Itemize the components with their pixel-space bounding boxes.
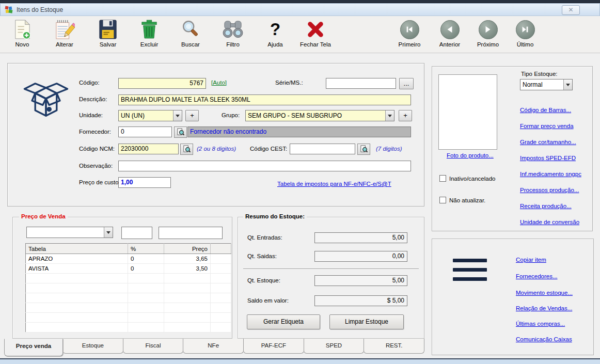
codigo-cest-field[interactable] xyxy=(290,144,355,154)
filtro-button[interactable]: Filtro xyxy=(214,18,252,51)
link-relacao-de-vendas[interactable]: Relação de Vendas... xyxy=(516,305,572,311)
table-header-row: Tabela % Preço xyxy=(26,244,231,254)
dropdown-arrow-icon[interactable] xyxy=(104,227,113,238)
ajuda-button[interactable]: ? Ajuda xyxy=(256,18,294,51)
link-ultimas-compras[interactable]: Últimas compras... xyxy=(516,321,565,327)
salvar-button[interactable]: Salvar xyxy=(89,18,127,51)
col-preco[interactable]: Preço xyxy=(164,244,211,254)
cest-lookup-button[interactable] xyxy=(357,144,370,155)
qt-saidas-label: Qt. Saidas: xyxy=(247,253,277,259)
grupo-add-button[interactable]: + xyxy=(399,110,412,121)
auto-tag-link[interactable]: [Auto] xyxy=(211,80,227,86)
tipo-estoque-combo[interactable]: Normal xyxy=(520,79,573,90)
toolbar-button-label: Salvar xyxy=(100,41,117,48)
codigo-field[interactable]: 5767 xyxy=(118,78,206,89)
unidade-combo[interactable]: UN (UN) xyxy=(118,110,182,121)
dropdown-arrow-icon[interactable] xyxy=(563,80,572,90)
link-inf-medicamento[interactable]: Inf.medicamento sngpc xyxy=(520,171,581,177)
link-unidade-conversao[interactable]: Unidade de conversão xyxy=(520,219,579,225)
col-tabela[interactable]: Tabela xyxy=(26,244,128,254)
link-movimento-estoque[interactable]: Movimento estoque... xyxy=(516,290,573,296)
tab-estoque[interactable]: Estoque xyxy=(62,339,123,354)
unidade-add-button[interactable]: + xyxy=(185,110,199,121)
link-codigo-de-barras[interactable]: Código de Barras... xyxy=(520,107,571,113)
observacao-field[interactable] xyxy=(118,161,411,171)
new-document-icon xyxy=(13,18,31,41)
preco-venda-table: Tabela % Preço APRAZO 0 3,65 AVISTA 0 3,… xyxy=(25,243,231,333)
toolbar-button-label: Último xyxy=(517,41,534,48)
tabela-impostos-link[interactable]: Tabela de impostos para NF-e/NFC-e/S@T xyxy=(277,181,391,187)
tab-preco-venda[interactable]: Preço venda xyxy=(4,339,63,356)
serie-ms-browse-button[interactable]: ... xyxy=(399,78,414,89)
product-box-icon xyxy=(19,73,73,128)
col-extra xyxy=(211,244,231,254)
checkbox-icon[interactable] xyxy=(439,175,446,182)
ultimo-button[interactable]: Último xyxy=(506,18,544,51)
tipo-estoque-value: Normal xyxy=(520,80,563,90)
tipo-estoque-label: Tipo Estoque: xyxy=(521,71,558,77)
link-fornecedores[interactable]: Fornecedores... xyxy=(516,273,558,279)
cell-tabela: APRAZO xyxy=(26,254,128,264)
link-processos-producao[interactable]: Processos produção... xyxy=(520,187,579,193)
toolbar-button-label: Novo xyxy=(15,41,29,48)
fornecedor-field[interactable]: 0 xyxy=(118,126,172,137)
dropdown-arrow-icon[interactable] xyxy=(385,110,394,121)
preco-venda-pct-field[interactable] xyxy=(121,227,152,239)
primeiro-button[interactable]: Primeiro xyxy=(390,18,429,51)
proximo-button[interactable]: Próximo xyxy=(469,18,507,51)
empty-row xyxy=(26,283,231,293)
tab-sped[interactable]: SPED xyxy=(304,339,365,354)
trash-icon xyxy=(141,18,157,41)
descricao-field[interactable]: BRAHMA DUPLO MALTE LATA SLEEK 350ML xyxy=(118,94,411,105)
divider xyxy=(243,268,419,269)
serie-ms-label: Série/MS.: xyxy=(275,80,303,86)
tab-fiscal[interactable]: Fiscal xyxy=(123,339,184,354)
qt-estoque-value: 5,00 xyxy=(314,275,407,286)
anterior-button[interactable]: Anterior xyxy=(431,18,469,51)
link-grade-cor-tamanho[interactable]: Grade cor/tamanho... xyxy=(520,139,576,145)
limpar-estoque-button[interactable]: Limpar Estoque xyxy=(329,314,404,329)
window-close-button[interactable]: ✕ xyxy=(562,5,580,15)
toolbar-button-label: Filtro xyxy=(226,41,240,48)
foto-produto-link[interactable]: Foto do produto... xyxy=(447,152,494,159)
preco-custo-field[interactable]: 1,00 xyxy=(118,177,171,188)
item-form-panel: Código: 5767 [Auto] Série/MS.: ... Descr… xyxy=(7,63,424,207)
descricao-label: Descrição: xyxy=(79,96,107,102)
preco-venda-combo-value xyxy=(27,227,104,238)
tab-rest[interactable]: REST. xyxy=(364,339,424,354)
tab-nfe[interactable]: NFe xyxy=(183,339,244,354)
tab-paf-ecf[interactable]: PAF-ECF xyxy=(243,339,304,354)
alterar-button[interactable]: Alterar xyxy=(45,18,84,51)
link-copiar-item[interactable]: Copiar item xyxy=(516,257,546,263)
nao-atualizar-checkbox[interactable]: Não atualizar. xyxy=(439,197,485,203)
inativo-cancelado-checkbox[interactable]: Inativo/cancelado xyxy=(439,175,496,182)
dropdown-arrow-icon[interactable] xyxy=(173,110,182,121)
link-receita-producao[interactable]: Receita produção... xyxy=(520,203,572,209)
preco-venda-combo[interactable] xyxy=(26,227,113,238)
table-row[interactable]: APRAZO 0 3,65 xyxy=(26,254,231,264)
buscar-button[interactable]: Buscar xyxy=(171,18,210,51)
grupo-combo[interactable]: SEM GRUPO - SEM SUBGRUPO xyxy=(245,110,394,121)
close-x-icon xyxy=(306,18,325,41)
window-bottom-border xyxy=(0,358,600,364)
ncm-lookup-button[interactable] xyxy=(180,144,193,155)
codigo-ncm-field[interactable]: 22030000 xyxy=(118,144,179,154)
fornecedor-lookup-button[interactable] xyxy=(174,126,187,138)
col-pct[interactable]: % xyxy=(128,244,164,254)
cell-tabela: AVISTA xyxy=(26,264,128,274)
serie-ms-field[interactable] xyxy=(326,78,396,89)
link-comunicacao-caixas[interactable]: Comunicação Caixas xyxy=(516,336,572,342)
excluir-button[interactable]: Excluir xyxy=(130,18,168,51)
link-impostos-sped-efd[interactable]: Impostos SPED-EFD xyxy=(520,155,576,161)
novo-button[interactable]: Novo xyxy=(3,18,41,51)
table-row[interactable]: AVISTA 0 3,50 xyxy=(26,264,231,274)
lookup-icon xyxy=(360,145,368,154)
gerar-etiqueta-button[interactable]: Gerar Etiqueta xyxy=(247,314,320,329)
fechar-tela-button[interactable]: Fechar Tela xyxy=(296,18,335,51)
preco-custo-label: Preço de custo: xyxy=(79,179,120,185)
link-formar-preco-venda[interactable]: Formar preço venda xyxy=(520,123,574,129)
help-question-icon: ? xyxy=(270,18,280,41)
checkbox-icon[interactable] xyxy=(439,197,446,203)
preco-venda-preco-field[interactable] xyxy=(159,227,223,239)
close-x-icon: ✕ xyxy=(568,6,573,13)
